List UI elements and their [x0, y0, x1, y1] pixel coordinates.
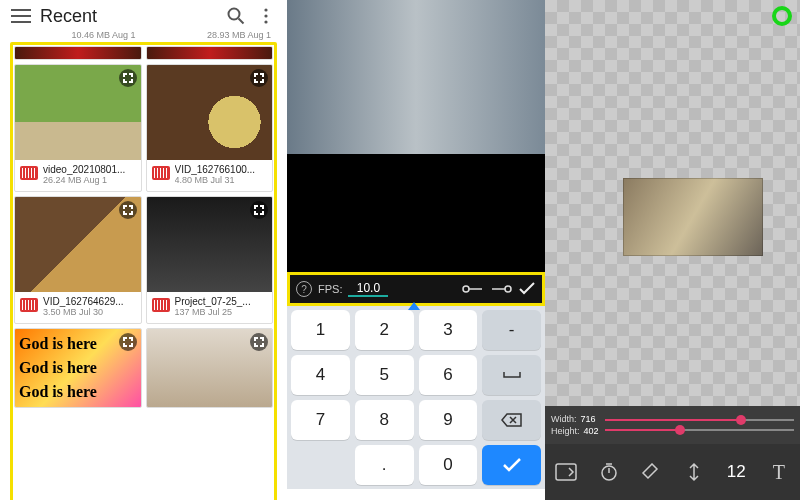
file-grid-highlight: video_20210801...26.24 MB Aug 1 VID_1627…: [10, 42, 277, 500]
search-icon[interactable]: [225, 5, 247, 27]
file-meta: 10.46 MB Aug 1: [10, 30, 142, 40]
expand-icon[interactable]: [119, 201, 137, 219]
text-tool-icon[interactable]: T: [762, 455, 796, 489]
file-thumbnail: God is here God is here God is here: [15, 329, 141, 408]
expand-icon[interactable]: [250, 69, 268, 87]
page-title: Recent: [40, 6, 217, 27]
expand-icon[interactable]: [250, 333, 268, 351]
file-card[interactable]: [146, 328, 274, 408]
file-meta: 28.93 MB Aug 1: [146, 30, 278, 40]
file-meta: 26.24 MB Aug 1: [43, 175, 136, 185]
key-blank: [291, 445, 350, 485]
highlight-ring-icon: [772, 6, 792, 26]
move-tool-icon[interactable]: [677, 455, 711, 489]
key-backspace[interactable]: [482, 400, 541, 440]
hamburger-menu-icon[interactable]: [10, 5, 32, 27]
file-card[interactable]: video_20210801...26.24 MB Aug 1: [14, 64, 142, 192]
aspect-tool-icon[interactable]: [549, 455, 583, 489]
file-thumbnail: [147, 329, 273, 408]
file-card[interactable]: [146, 46, 274, 60]
height-value: 402: [584, 425, 599, 437]
file-manager-toolbar: Recent: [10, 0, 277, 28]
key-done[interactable]: [482, 445, 541, 485]
video-file-icon: [20, 298, 38, 312]
file-card[interactable]: VID_162766100...4.80 MB Jul 31: [146, 64, 274, 192]
thumbnail-text: God is here: [19, 359, 97, 377]
key-dot[interactable]: .: [355, 445, 414, 485]
height-label: Height:: [551, 425, 580, 437]
key-6[interactable]: 6: [419, 355, 478, 395]
file-meta: 137 MB Jul 25: [175, 307, 268, 317]
zoom-value[interactable]: 12: [719, 455, 753, 489]
expand-icon[interactable]: [250, 201, 268, 219]
expand-icon[interactable]: [119, 69, 137, 87]
key-3[interactable]: 3: [419, 310, 478, 350]
key-space[interactable]: [482, 355, 541, 395]
thumbnail-text: God is here: [19, 335, 97, 353]
file-name: video_20210801...: [43, 164, 136, 175]
key-8[interactable]: 8: [355, 400, 414, 440]
file-name: Project_07-25_...: [175, 296, 268, 307]
key-4[interactable]: 4: [291, 355, 350, 395]
file-card[interactable]: Project_07-25_...137 MB Jul 25: [146, 196, 274, 324]
key-0[interactable]: 0: [419, 445, 478, 485]
overflow-menu-icon[interactable]: [255, 5, 277, 27]
eraser-tool-icon[interactable]: [634, 455, 668, 489]
file-meta: 4.80 MB Jul 31: [175, 175, 268, 185]
key-7[interactable]: 7: [291, 400, 350, 440]
preview-letterbox: [287, 154, 545, 272]
svg-point-1: [264, 8, 267, 11]
file-grid: video_20210801...26.24 MB Aug 1 VID_1627…: [14, 46, 273, 408]
file-thumbnail: [15, 197, 141, 292]
thumbnail-text: God is here: [19, 383, 97, 401]
video-file-icon: [152, 166, 170, 180]
confirm-icon[interactable]: [518, 282, 536, 296]
expand-icon[interactable]: [119, 333, 137, 351]
key-2[interactable]: 2: [355, 310, 414, 350]
width-slider[interactable]: [605, 419, 794, 421]
svg-point-4: [463, 286, 469, 292]
file-meta: 3.50 MB Jul 30: [43, 307, 136, 317]
file-thumbnail: [147, 197, 273, 292]
video-file-icon: [152, 298, 170, 312]
file-name: VID_162764629...: [43, 296, 136, 307]
file-card[interactable]: God is here God is here God is here: [14, 328, 142, 408]
keyframe-end-icon[interactable]: [490, 284, 512, 294]
file-card[interactable]: VID_162764629...3.50 MB Jul 30: [14, 196, 142, 324]
width-value: 716: [581, 413, 596, 425]
svg-point-5: [505, 286, 511, 292]
image-editor-panel: Width:716 Height:402 12 T: [545, 0, 800, 500]
key-9[interactable]: 9: [419, 400, 478, 440]
canvas-layer[interactable]: [623, 178, 763, 256]
dimensions-bar: Width:716 Height:402: [545, 406, 800, 444]
fps-editor-panel: ? FPS: 10.0 1 2 3 - 4 5 6 7 8 9 . 0: [287, 0, 545, 500]
key-1[interactable]: 1: [291, 310, 350, 350]
video-preview: [287, 0, 545, 154]
dimension-readout: Width:716 Height:402: [551, 413, 599, 437]
fps-input[interactable]: 10.0: [348, 281, 388, 297]
video-file-icon: [20, 166, 38, 180]
key-minus[interactable]: -: [482, 310, 541, 350]
keyframe-start-icon[interactable]: [462, 284, 484, 294]
input-cursor-indicator: [408, 302, 420, 310]
file-manager-panel: Recent 10.46 MB Aug 1 28.93 MB Aug 1: [0, 0, 287, 500]
fps-label: FPS:: [318, 283, 342, 295]
key-5[interactable]: 5: [355, 355, 414, 395]
file-name: VID_162766100...: [175, 164, 268, 175]
file-thumbnail: [147, 65, 273, 160]
fps-toolbar: ? FPS: 10.0: [287, 272, 545, 306]
editor-toolbar: 12 T: [545, 444, 800, 500]
help-icon[interactable]: ?: [296, 281, 312, 297]
file-thumbnail: [15, 65, 141, 160]
svg-point-3: [264, 20, 267, 23]
width-label: Width:: [551, 413, 577, 425]
svg-point-0: [229, 9, 240, 20]
height-slider[interactable]: [605, 429, 794, 431]
svg-point-2: [264, 14, 267, 17]
file-card[interactable]: [14, 46, 142, 60]
timer-tool-icon[interactable]: [592, 455, 626, 489]
numeric-keypad: 1 2 3 - 4 5 6 7 8 9 . 0: [287, 306, 545, 489]
